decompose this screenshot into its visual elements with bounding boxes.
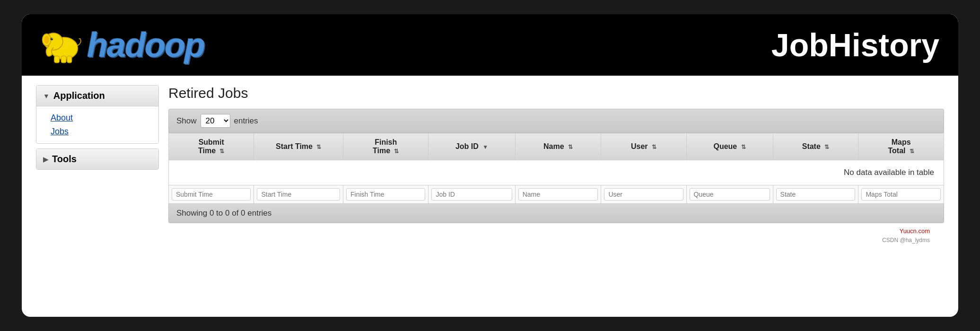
svg-point-3 <box>44 35 49 44</box>
col-user[interactable]: User ⇅ <box>601 133 686 160</box>
col-job-id[interactable]: Job ID ▼ <box>429 133 515 160</box>
svg-point-4 <box>51 38 53 40</box>
sort-maps-total-icon: ⇅ <box>910 148 914 155</box>
hadoop-logo-text: hadoop <box>87 26 204 64</box>
page-title: JobHistory <box>771 26 939 63</box>
sort-finish-time-icon: ⇅ <box>394 148 399 155</box>
main-container: hadoop JobHistory ▼ Application About Jo… <box>22 14 958 317</box>
svg-rect-8 <box>67 56 72 62</box>
col-maps-total[interactable]: MapsTotal ⇅ <box>858 133 944 160</box>
col-finish-time-label: FinishTime <box>373 138 397 155</box>
tools-arrow-icon: ▶ <box>43 156 48 163</box>
svg-point-5 <box>52 38 52 39</box>
no-data-message: No data available in table <box>169 160 944 185</box>
hadoop-elephant-icon <box>41 24 83 66</box>
filter-maps-total-cell <box>858 185 944 204</box>
sort-user-icon: ⇅ <box>652 144 656 150</box>
header: hadoop JobHistory <box>22 14 958 76</box>
panel-title: Retired Jobs <box>168 85 944 101</box>
filter-start-time-input[interactable] <box>257 188 340 200</box>
col-maps-total-label: MapsTotal <box>888 138 910 155</box>
tools-header[interactable]: ▶ Tools <box>36 149 158 169</box>
col-state[interactable]: State ⇅ <box>773 133 858 160</box>
filter-job-id-cell <box>429 185 515 204</box>
col-queue-label: Queue <box>713 142 737 150</box>
col-finish-time[interactable]: FinishTime ⇅ <box>343 133 429 160</box>
filter-submit-time-input[interactable] <box>172 188 251 200</box>
svg-rect-6 <box>54 56 60 62</box>
svg-rect-7 <box>61 56 66 62</box>
footer-text: Showing 0 to 0 of 0 entries <box>176 209 271 218</box>
filter-row <box>169 185 944 204</box>
show-label: Show <box>176 116 197 126</box>
sort-queue-icon: ⇅ <box>741 144 746 150</box>
col-queue[interactable]: Queue ⇅ <box>686 133 773 160</box>
table-header-row: SubmitTime ⇅ Start Time ⇅ FinishTime ⇅ <box>169 133 944 160</box>
application-label: Application <box>53 90 105 101</box>
col-submit-time[interactable]: SubmitTime ⇅ <box>169 133 254 160</box>
filter-maps-total-input[interactable] <box>861 188 941 200</box>
no-data-row: No data available in table <box>169 160 944 185</box>
logo-area: hadoop <box>41 24 204 66</box>
sort-submit-time-icon: ⇅ <box>219 148 224 155</box>
filter-name-input[interactable] <box>518 188 598 200</box>
jobs-table: SubmitTime ⇅ Start Time ⇅ FinishTime ⇅ <box>168 133 944 204</box>
filter-start-time-cell <box>254 185 343 204</box>
col-name-label: Name <box>543 142 564 150</box>
sidebar-item-jobs[interactable]: Jobs <box>36 125 158 139</box>
sidebar: ▼ Application About Jobs ▶ Tools <box>36 85 159 244</box>
sort-start-time-icon: ⇅ <box>316 144 321 150</box>
sort-name-icon: ⇅ <box>568 144 573 150</box>
main-panel: Retired Jobs Show 20 10 25 50 100 entrie… <box>168 85 944 244</box>
filter-state-input[interactable] <box>776 188 856 200</box>
col-name[interactable]: Name ⇅ <box>515 133 601 160</box>
application-section: ▼ Application About Jobs <box>36 85 159 144</box>
filter-finish-time-cell <box>343 185 429 204</box>
table-controls: Show 20 10 25 50 100 entries <box>168 109 944 133</box>
entries-select[interactable]: 20 10 25 50 100 <box>201 114 230 128</box>
col-user-label: User <box>631 142 648 150</box>
filter-user-input[interactable] <box>604 188 683 200</box>
filter-user-cell <box>601 185 686 204</box>
col-state-label: State <box>802 142 821 150</box>
filter-job-id-input[interactable] <box>431 188 512 200</box>
sort-state-icon: ⇅ <box>824 144 829 150</box>
table-footer: Showing 0 to 0 of 0 entries <box>168 204 944 223</box>
csdn-text: CSDN @ha_lydms <box>882 237 939 244</box>
application-links: About Jobs <box>36 106 158 143</box>
filter-state-cell <box>773 185 858 204</box>
main-content: ▼ Application About Jobs ▶ Tools Retired… <box>22 76 958 253</box>
tools-section: ▶ Tools <box>36 148 159 170</box>
filter-name-cell <box>515 185 601 204</box>
application-arrow-icon: ▼ <box>43 92 50 100</box>
tools-label: Tools <box>52 154 77 165</box>
col-start-time[interactable]: Start Time ⇅ <box>254 133 343 160</box>
sort-job-id-icon: ▼ <box>482 144 488 150</box>
filter-queue-cell <box>686 185 773 204</box>
watermark: Yuucn.com <box>882 225 939 237</box>
filter-finish-time-input[interactable] <box>346 188 425 200</box>
filter-queue-input[interactable] <box>690 188 770 200</box>
col-job-id-label: Job ID <box>455 142 479 150</box>
application-header[interactable]: ▼ Application <box>36 86 158 106</box>
entries-label: entries <box>234 116 258 126</box>
sidebar-item-about[interactable]: About <box>36 111 158 125</box>
col-start-time-label: Start Time <box>276 142 313 150</box>
filter-submit-time-cell <box>169 185 254 204</box>
